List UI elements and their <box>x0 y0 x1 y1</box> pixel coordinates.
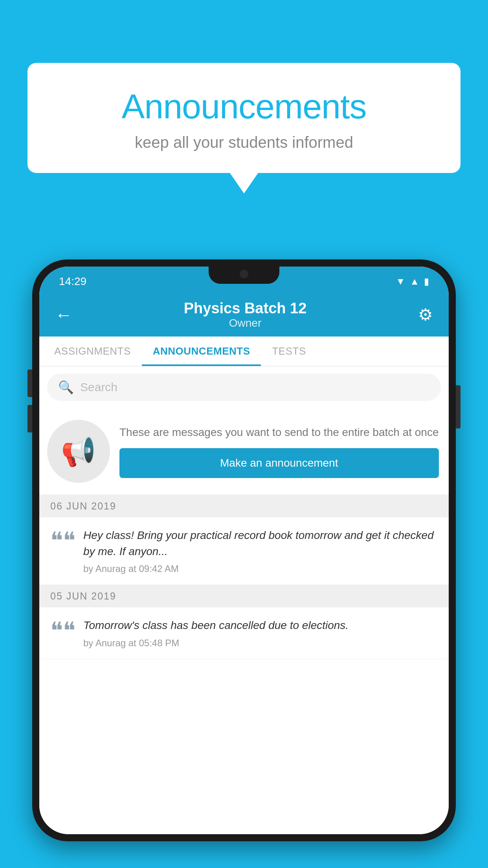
make-announcement-button[interactable]: Make an announcement <box>119 448 439 478</box>
announcement-content-1: Hey class! Bring your practical record b… <box>83 528 438 574</box>
announcement-cta-section: 📢 These are messages you want to send to… <box>39 408 449 495</box>
speech-bubble-section: Announcements keep all your students inf… <box>28 63 460 173</box>
content-area: 🔍 Search 📢 These are messages you want t… <box>39 366 449 834</box>
announcement-meta-1: by Anurag at 09:42 AM <box>83 563 438 574</box>
status-icons: ▼ ▲ ▮ <box>396 276 429 287</box>
power-button[interactable] <box>456 385 460 428</box>
app-header: ← Physics Batch 12 Owner ⚙ <box>39 292 449 337</box>
quote-icon-1: ❝❝ <box>50 529 75 553</box>
bubble-subtitle: keep all your students informed <box>59 134 429 151</box>
announcement-text-2: Tomorrow's class has been cancelled due … <box>83 618 438 634</box>
megaphone-circle: 📢 <box>47 420 110 483</box>
announcement-meta-2: by Anurag at 05:48 PM <box>83 638 438 649</box>
phone-container: 14:29 ▼ ▲ ▮ ← Physics Batch 12 Owner ⚙ <box>32 259 456 868</box>
back-button[interactable]: ← <box>55 305 72 325</box>
volume-down-button[interactable] <box>28 405 32 432</box>
megaphone-icon: 📢 <box>61 435 96 468</box>
announcement-content-2: Tomorrow's class has been cancelled due … <box>83 618 438 649</box>
cta-description: These are messages you want to send to t… <box>119 425 439 440</box>
wifi-icon: ▼ <box>396 276 405 287</box>
search-icon: 🔍 <box>58 380 74 395</box>
speech-bubble-card: Announcements keep all your students inf… <box>28 63 460 173</box>
header-title-block: Physics Batch 12 Owner <box>184 300 307 329</box>
date-divider-1: 06 JUN 2019 <box>39 495 449 517</box>
phone-camera <box>240 270 248 278</box>
date-divider-2: 05 JUN 2019 <box>39 585 449 607</box>
cta-right-block: These are messages you want to send to t… <box>119 425 439 478</box>
tabs-bar: ASSIGNMENTS ANNOUNCEMENTS TESTS <box>39 337 449 366</box>
volume-up-button[interactable] <box>28 370 32 397</box>
announcement-item-2: ❝❝ Tomorrow's class has been cancelled d… <box>39 607 449 659</box>
search-placeholder: Search <box>80 381 117 394</box>
quote-icon-2: ❝❝ <box>50 619 75 643</box>
bubble-title: Announcements <box>59 86 429 127</box>
tab-assignments[interactable]: ASSIGNMENTS <box>43 337 142 366</box>
announcement-text-1: Hey class! Bring your practical record b… <box>83 528 438 559</box>
batch-title: Physics Batch 12 <box>184 300 307 317</box>
batch-subtitle: Owner <box>184 317 307 329</box>
tab-announcements[interactable]: ANNOUNCEMENTS <box>142 337 261 366</box>
tab-tests[interactable]: TESTS <box>261 337 317 366</box>
settings-icon[interactable]: ⚙ <box>418 305 433 324</box>
battery-icon: ▮ <box>424 276 429 287</box>
search-bar[interactable]: 🔍 Search <box>47 373 441 401</box>
phone-screen: 14:29 ▼ ▲ ▮ ← Physics Batch 12 Owner ⚙ <box>39 267 449 834</box>
announcement-item-1: ❝❝ Hey class! Bring your practical recor… <box>39 517 449 585</box>
signal-icon: ▲ <box>410 276 419 287</box>
status-time: 14:29 <box>59 275 86 288</box>
phone-outer: 14:29 ▼ ▲ ▮ ← Physics Batch 12 Owner ⚙ <box>32 259 456 841</box>
